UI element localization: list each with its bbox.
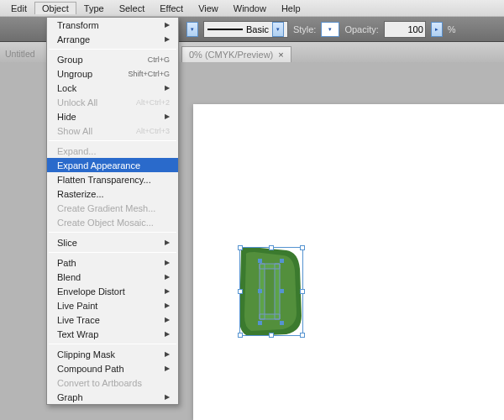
menu-object[interactable]: Object <box>34 2 76 14</box>
submenu-arrow-icon: ▶ <box>165 393 170 401</box>
menu-window[interactable]: Window <box>226 2 274 15</box>
menu-view[interactable]: View <box>191 2 226 15</box>
menu-item-ungroup[interactable]: UngroupShift+Ctrl+G <box>47 66 178 81</box>
menu-item-rasterize-[interactable]: Rasterize... <box>47 186 178 201</box>
menu-item-lock[interactable]: Lock▶ <box>47 81 178 95</box>
opacity-label: Opacity: <box>344 24 378 34</box>
submenu-arrow-icon: ▶ <box>165 84 170 92</box>
submenu-arrow-icon: ▶ <box>165 113 170 120</box>
menu-item-compound-path[interactable]: Compound Path▶ <box>47 361 178 375</box>
submenu-arrow-icon: ▶ <box>165 273 170 281</box>
menu-item-transform[interactable]: Transform▶ <box>47 18 178 32</box>
menu-item-live-paint[interactable]: Live Paint▶ <box>47 298 178 312</box>
menu-item-arrange[interactable]: Arrange▶ <box>47 32 178 46</box>
menu-item-live-trace[interactable]: Live Trace▶ <box>47 312 178 327</box>
opacity-value: 100 <box>407 24 423 34</box>
stroke-label: Basic <box>246 24 269 34</box>
doc-label-left: Untitled <box>5 49 35 59</box>
menu-item-expand-appearance[interactable]: Expand Appearance <box>47 158 178 172</box>
opacity-input[interactable]: 100 <box>384 21 426 38</box>
stroke-preset[interactable]: Basic ▾ <box>203 21 288 38</box>
submenu-arrow-icon: ▶ <box>165 330 170 338</box>
menu-item-path[interactable]: Path▶ <box>47 255 178 270</box>
menu-item-hide[interactable]: Hide▶ <box>47 109 178 123</box>
menu-help[interactable]: Help <box>274 2 308 15</box>
close-icon[interactable]: × <box>278 50 283 60</box>
submenu-arrow-icon: ▶ <box>165 287 170 295</box>
menu-item-blend[interactable]: Blend▶ <box>47 270 178 284</box>
menubar: Edit Object Type Select Effect View Wind… <box>0 0 504 17</box>
toolbar-dropdown-1[interactable]: ▾ <box>186 22 198 37</box>
menu-item-flatten-transparency-[interactable]: Flatten Transparency... <box>47 172 178 186</box>
menu-item-expand-: Expand... <box>47 144 178 158</box>
doc-tab-title: 0% (CMYK/Preview) <box>189 50 273 60</box>
menu-item-group[interactable]: GroupCtrl+G <box>47 52 178 66</box>
submenu-arrow-icon: ▶ <box>165 316 170 323</box>
menu-type[interactable]: Type <box>76 2 112 15</box>
stroke-line-icon <box>207 29 243 30</box>
stroke-dropdown-icon: ▾ <box>272 22 284 37</box>
menu-effect[interactable]: Effect <box>152 2 191 15</box>
menu-item-envelope-distort[interactable]: Envelope Distort▶ <box>47 284 178 298</box>
submenu-arrow-icon: ▶ <box>165 35 170 43</box>
menu-item-clipping-mask[interactable]: Clipping Mask▶ <box>47 347 178 361</box>
menu-edit[interactable]: Edit <box>3 2 34 15</box>
bounding-box <box>239 247 303 336</box>
submenu-arrow-icon: ▶ <box>165 350 170 358</box>
menu-item-show-all: Show AllAlt+Ctrl+3 <box>47 123 178 138</box>
menu-select[interactable]: Select <box>112 2 153 15</box>
menu-item-convert-to-artboards: Convert to Artboards <box>47 375 178 390</box>
object-menu-dropdown: Transform▶Arrange▶GroupCtrl+GUngroupShif… <box>46 17 179 405</box>
opacity-dropdown[interactable]: ▸ <box>431 22 443 37</box>
submenu-arrow-icon: ▶ <box>165 365 170 372</box>
menu-item-unlock-all: Unlock AllAlt+Ctrl+2 <box>47 95 178 109</box>
style-label: Style: <box>293 24 317 34</box>
pct-label: % <box>448 24 456 34</box>
canvas[interactable] <box>193 104 504 420</box>
menu-item-slice[interactable]: Slice▶ <box>47 235 178 249</box>
menu-item-create-gradient-mesh-: Create Gradient Mesh... <box>47 201 178 215</box>
menu-item-graph[interactable]: Graph▶ <box>47 390 178 404</box>
submenu-arrow-icon: ▶ <box>165 21 170 29</box>
doc-tab[interactable]: 0% (CMYK/Preview) × <box>181 46 291 62</box>
submenu-arrow-icon: ▶ <box>165 259 170 266</box>
submenu-arrow-icon: ▶ <box>165 302 170 309</box>
style-dropdown[interactable]: ▾ <box>321 22 339 37</box>
menu-item-create-object-mosaic-: Create Object Mosaic... <box>47 215 178 229</box>
submenu-arrow-icon: ▶ <box>165 239 170 246</box>
menu-item-text-wrap[interactable]: Text Wrap▶ <box>47 327 178 341</box>
